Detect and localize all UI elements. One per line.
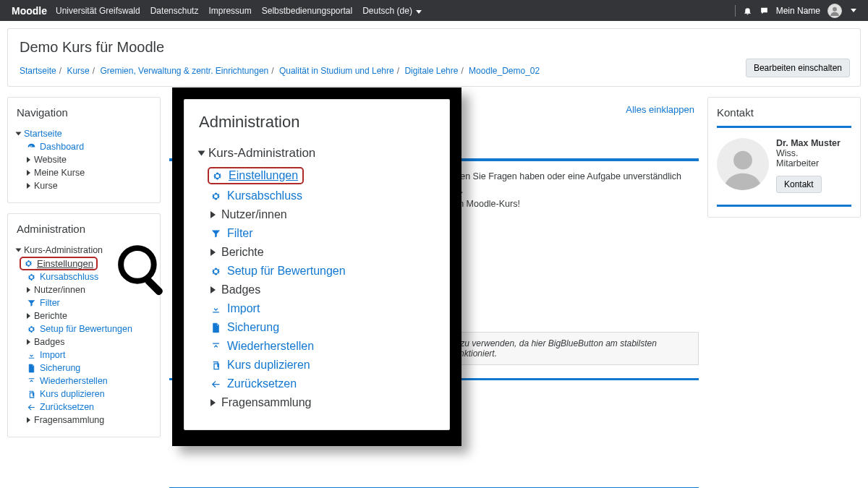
file-icon bbox=[210, 322, 221, 333]
collapse-all-link[interactable]: Alles einklappen bbox=[626, 104, 694, 115]
import-icon bbox=[210, 304, 221, 314]
admin-item-gradebook[interactable]: Setup für Bewertungen bbox=[27, 322, 151, 335]
nav-link[interactable]: Universität Greifswald bbox=[56, 6, 140, 16]
nav-dashboard[interactable]: Dashboard bbox=[27, 140, 151, 153]
copy-icon bbox=[210, 360, 221, 371]
file-icon bbox=[27, 364, 36, 373]
nav-root[interactable]: Startseite bbox=[17, 127, 151, 140]
overlay-item-badges[interactable]: Badges bbox=[199, 281, 435, 299]
overlay-item-reports[interactable]: Berichte bbox=[199, 243, 435, 262]
block-title: Administration bbox=[17, 223, 151, 235]
top-navbar: Moodle Universität Greifswald Datenschut… bbox=[0, 0, 868, 21]
zoom-overlay: Administration Kurs-Administration Einst… bbox=[172, 87, 461, 446]
copy-icon bbox=[27, 390, 36, 399]
nav-courses[interactable]: Kurse bbox=[27, 179, 151, 192]
user-name[interactable]: Mein Name bbox=[776, 6, 820, 16]
kontakt-block: Kontakt Dr. Max Muster Wiss. Mitarbeiter… bbox=[707, 97, 861, 218]
back-icon bbox=[210, 379, 221, 390]
breadcrumb-item[interactable]: Kurse bbox=[67, 66, 89, 76]
caret-down-icon[interactable] bbox=[851, 9, 856, 12]
overlay-item-kursabschluss[interactable]: Kursabschluss bbox=[199, 187, 435, 205]
bell-icon[interactable] bbox=[743, 6, 752, 16]
breadcrumb-item[interactable]: Gremien, Verwaltung & zentr. Einrichtung… bbox=[100, 66, 268, 76]
nav-link[interactable]: Selbstbedienungsportal bbox=[262, 6, 352, 16]
gauge-icon bbox=[27, 142, 36, 152]
gear-icon bbox=[27, 325, 36, 334]
admin-item-reports[interactable]: Berichte bbox=[27, 309, 151, 322]
overlay-item-import[interactable]: Import bbox=[199, 299, 435, 318]
admin-item-backup[interactable]: Sicherung bbox=[27, 361, 151, 374]
nav-link[interactable]: Impressum bbox=[208, 6, 251, 16]
chevron-down-icon bbox=[198, 151, 205, 156]
overlay-item-reset[interactable]: Zurücksetzen bbox=[199, 374, 435, 393]
overlay-item-restore[interactable]: Wiederherstellen bbox=[199, 337, 435, 356]
course-title: Demo Kurs für Moodle bbox=[20, 39, 848, 56]
overlay-item-users[interactable]: Nutzer/innen bbox=[199, 205, 435, 224]
overlay-item-backup[interactable]: Sicherung bbox=[199, 318, 435, 337]
overlay-item-gradebook[interactable]: Setup für Bewertungen bbox=[199, 262, 435, 281]
admin-item-badges[interactable]: Badges bbox=[27, 335, 151, 348]
turn-editing-on-button[interactable]: Bearbeiten einschalten bbox=[746, 59, 850, 77]
avatar-icon[interactable] bbox=[827, 4, 842, 18]
back-icon bbox=[27, 403, 36, 412]
overlay-title: Administration bbox=[199, 113, 435, 132]
gear-icon bbox=[210, 191, 221, 202]
breadcrumb-item[interactable]: Startseite bbox=[20, 66, 56, 76]
gear-icon bbox=[24, 259, 33, 268]
breadcrumb-item[interactable]: Qualität in Studium und Lehre bbox=[279, 66, 394, 76]
restore-icon bbox=[210, 341, 221, 352]
breadcrumb-item[interactable]: Digitale Lehre bbox=[404, 66, 458, 76]
block-title: Kontakt bbox=[717, 106, 851, 119]
block-title: Navigation bbox=[17, 106, 151, 119]
gear-icon bbox=[210, 266, 221, 277]
messages-icon[interactable] bbox=[760, 6, 769, 16]
intro-text: sollten Sie Fragen haben oder eine Aufga… bbox=[444, 170, 699, 197]
nav-my-courses[interactable]: Meine Kurse bbox=[27, 166, 151, 179]
admin-item-import[interactable]: Import bbox=[27, 348, 151, 361]
overlay-item-einstellungen[interactable]: Einstellungen bbox=[208, 167, 304, 184]
brand[interactable]: Moodle bbox=[12, 5, 47, 17]
overlay-section[interactable]: Kurs-Administration bbox=[199, 146, 435, 160]
breadcrumb: Startseite/ Kurse/ Gremien, Verwaltung &… bbox=[20, 66, 848, 76]
filter-icon bbox=[27, 299, 36, 308]
nav-link-language[interactable]: Deutsch (de) bbox=[362, 6, 422, 16]
divider bbox=[735, 5, 736, 17]
admin-item-reset[interactable]: Zurücksetzen bbox=[27, 401, 151, 414]
overlay-item-duplicate[interactable]: Kurs duplizieren bbox=[199, 356, 435, 374]
nav-link[interactable]: Datenschutz bbox=[150, 6, 199, 16]
contact-name: Dr. Max Muster bbox=[776, 138, 841, 148]
import-icon bbox=[27, 351, 36, 360]
restore-icon bbox=[27, 377, 36, 386]
nav-website[interactable]: Website bbox=[27, 153, 151, 166]
breadcrumb-item[interactable]: Moodle_Demo_02 bbox=[469, 66, 540, 76]
admin-item-questionbank[interactable]: Fragensammlung bbox=[27, 414, 151, 427]
chevron-right-icon bbox=[210, 211, 216, 218]
course-header: Demo Kurs für Moodle Startseite/ Kurse/ … bbox=[7, 28, 861, 87]
overlay-item-questionbank[interactable]: Fragensammlung bbox=[199, 393, 435, 412]
admin-item-restore[interactable]: Wiederherstellen bbox=[27, 374, 151, 388]
contact-role: Mitarbeiter bbox=[776, 158, 841, 168]
tip-box: E zu verwenden, da hier BigBlueButton am… bbox=[444, 332, 699, 365]
magnifier-icon bbox=[114, 241, 174, 301]
chevron-right-icon bbox=[210, 249, 216, 256]
admin-item-duplicate[interactable]: Kurs duplizieren bbox=[27, 388, 151, 401]
gear-icon bbox=[27, 273, 36, 282]
chevron-right-icon bbox=[210, 286, 216, 294]
avatar-icon bbox=[717, 138, 769, 190]
intro-text: esen Moodle-Kurs! bbox=[444, 197, 699, 211]
admin-item-einstellungen[interactable]: Einstellungen bbox=[20, 257, 98, 270]
navigation-block: Navigation Startseite Dashboard Website … bbox=[7, 97, 161, 203]
contact-role: Wiss. bbox=[776, 148, 841, 158]
gear-icon bbox=[212, 171, 223, 181]
filter-icon bbox=[210, 228, 221, 239]
contact-button[interactable]: Kontakt bbox=[776, 176, 822, 193]
chevron-right-icon bbox=[210, 399, 216, 406]
overlay-item-filter[interactable]: Filter bbox=[199, 224, 435, 243]
